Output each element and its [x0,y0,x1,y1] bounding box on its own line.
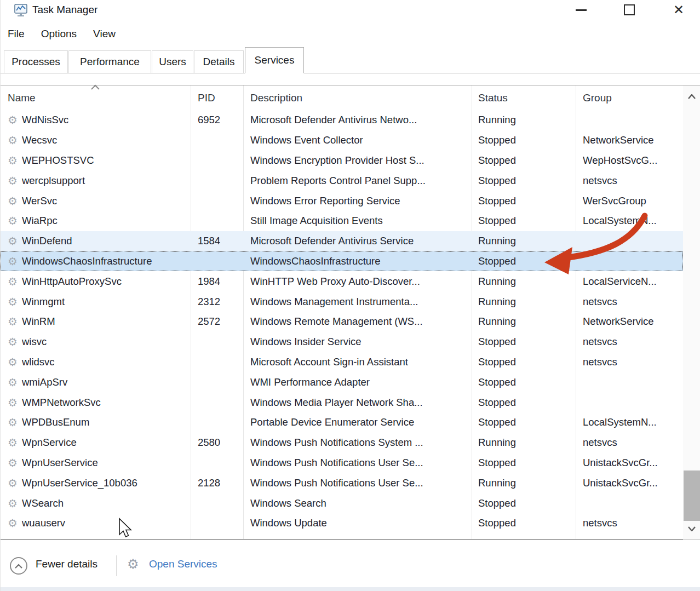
service-gear-icon: ⚙ [8,114,18,125]
fewer-details-button[interactable] [10,557,27,575]
service-name-cell: ⚙WerSvc [1,195,191,207]
service-description-cell: Still Image Acquisition Events [243,215,472,227]
service-group-cell: LocalSystemN... [576,416,683,428]
service-status-cell: Stopped [472,356,576,368]
service-pid-cell: 2312 [191,296,243,308]
service-status-cell: Running [472,315,576,328]
service-description-cell: Windows Update [243,517,472,529]
table-row[interactable]: ⚙WiaRpc Still Image Acquisition Events S… [1,211,683,231]
service-group-cell: LocalSystemN... [576,215,683,227]
service-gear-icon: ⚙ [8,276,18,287]
minimize-button[interactable] [565,0,598,20]
service-name-cell: ⚙WinDefend [1,235,191,247]
header-name[interactable]: Name [1,85,191,110]
service-name-cell: ⚙WMPNetworkSvc [1,397,191,409]
header-description[interactable]: Description [243,85,472,110]
service-gear-icon: ⚙ [8,518,18,529]
services-gear-icon: ⚙ [127,556,139,572]
table-row[interactable]: ⚙Wecsvc Windows Event Collector Stopped … [1,130,683,151]
close-button[interactable]: ✕ [662,0,695,20]
service-gear-icon: ⚙ [8,215,18,226]
scroll-up-button[interactable] [683,87,700,106]
service-status-cell: Stopped [472,134,576,146]
service-gear-icon: ⚙ [8,135,18,146]
tab-services[interactable]: Services [245,47,304,73]
table-row[interactable]: ⚙WEPHOSTSVC Windows Encryption Provider … [1,151,683,171]
table-row[interactable]: ⚙wisvc Windows Insider Service Stopped n… [1,332,683,352]
scrollbar-thumb[interactable] [684,470,700,521]
vertical-scrollbar[interactable] [683,85,700,540]
service-description-cell: Problem Reports Control Panel Supp... [243,175,472,187]
window-bottom-edge [1,587,700,591]
services-table: Name PID Description Status Group ⚙WdNis… [1,85,683,540]
service-gear-icon: ⚙ [8,296,18,307]
header-status[interactable]: Status [472,85,576,110]
service-gear-icon: ⚙ [8,457,18,468]
table-row[interactable]: ⚙wmiApSrv WMI Performance Adapter Stoppe… [1,372,683,392]
window-title: Task Manager [32,0,97,20]
service-description-cell: WMI Performance Adapter [243,376,472,388]
service-group-cell: LocalServiceN... [576,276,683,288]
maximize-button[interactable] [613,0,646,20]
table-row[interactable]: ⚙WindowsChaosInfrastructure WindowsChaos… [1,251,683,272]
table-row[interactable]: ⚙wercplsupport Problem Reports Control P… [1,170,683,191]
service-status-cell: Stopped [472,195,576,207]
scroll-down-button[interactable] [683,519,700,538]
service-status-cell: Running [472,296,576,308]
service-description-cell: Windows Search [243,497,472,509]
service-name-cell: ⚙wuauserv [1,517,191,529]
service-gear-icon: ⚙ [8,437,18,448]
service-gear-icon: ⚙ [8,397,18,408]
footer-divider [116,555,117,576]
service-description-cell: Windows Error Reporting Service [243,195,472,207]
table-row[interactable]: ⚙Winmgmt 2312 Windows Management Instrum… [1,291,683,312]
service-name-cell: ⚙wlidsvc [1,356,191,368]
service-name-cell: ⚙WpnService [1,437,191,449]
service-description-cell: Windows Media Player Network Sha... [243,397,472,409]
service-description-cell: Windows Push Notifications System ... [243,437,472,449]
service-status-cell: Stopped [472,517,576,529]
table-row[interactable]: ⚙WpnUserService_10b036 2128 Windows Push… [1,473,683,493]
chevron-up-icon [687,94,696,99]
service-name-cell: ⚙wercplsupport [1,175,191,187]
menu-file[interactable]: File [8,28,25,40]
service-status-cell: Stopped [472,255,576,267]
table-row[interactable]: ⚙WpnUserService Windows Push Notificatio… [1,453,683,473]
table-row[interactable]: ⚙WerSvc Windows Error Reporting Service … [1,191,683,211]
service-gear-icon: ⚙ [8,377,18,388]
service-name-cell: ⚙WPDBusEnum [1,416,191,428]
table-row[interactable]: ⚙WMPNetworkSvc Windows Media Player Netw… [1,392,683,412]
service-description-cell: Windows Push Notifications User Se... [243,477,472,489]
tab-processes[interactable]: Processes [4,50,68,73]
header-group[interactable]: Group [576,85,683,110]
fewer-details-label[interactable]: Fewer details [36,558,97,570]
header-pid[interactable]: PID [191,85,243,110]
table-row[interactable]: ⚙WSearch Windows Search Stopped [1,493,683,513]
menu-view[interactable]: View [93,28,116,40]
service-description-cell: Portable Device Enumerator Service [243,416,472,428]
service-name-cell: ⚙WinHttpAutoProxySvc [1,276,191,288]
table-row[interactable]: ⚙wlidsvc Microsoft Account Sign-in Assis… [1,352,683,372]
service-status-cell: Stopped [472,416,576,428]
service-gear-icon: ⚙ [8,155,18,166]
menu-options[interactable]: Options [41,28,77,40]
table-row[interactable]: ⚙WdNisSvc 6952 Microsoft Defender Antivi… [1,110,683,130]
service-gear-icon: ⚙ [8,316,18,327]
open-services-link[interactable]: Open Services [149,558,217,570]
tab-performance[interactable]: Performance [68,50,151,73]
table-row[interactable]: ⚙WinDefend 1584 Microsoft Defender Antiv… [1,231,683,251]
tab-users[interactable]: Users [152,50,193,73]
service-name-cell: ⚙wmiApSrv [1,376,191,388]
service-description-cell: WinHTTP Web Proxy Auto-Discover... [243,276,472,288]
table-row[interactable]: ⚙wuauserv Windows Update Stopped netsvcs [1,513,683,533]
table-row[interactable]: ⚙WPDBusEnum Portable Device Enumerator S… [1,412,683,433]
service-group-cell: WerSvcGroup [576,195,683,207]
chevron-down-icon [687,526,696,531]
tab-details[interactable]: Details [194,50,244,73]
table-row[interactable]: ⚙WinRM 2572 Windows Remote Management (W… [1,312,683,332]
table-row[interactable]: ⚙WpnService 2580 Windows Push Notificati… [1,433,683,453]
service-group-cell: NetworkService [576,315,683,328]
table-row[interactable]: ⚙WinHttpAutoProxySvc 1984 WinHTTP Web Pr… [1,271,683,291]
service-gear-icon: ⚙ [8,256,18,267]
table-header: Name PID Description Status Group [1,85,683,110]
